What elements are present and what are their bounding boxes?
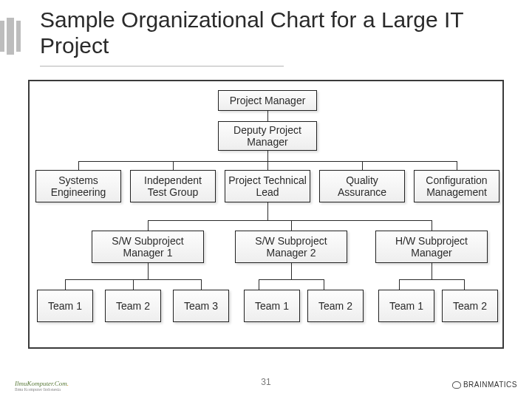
node-deputy-pm: Deputy Project Manager [218,121,317,151]
footer-logo-left: IlmuKomputer.Com. Ilmu Komputer Indonesi… [15,380,69,392]
node-sw-subproject-2: S/W Subproject Manager 2 [235,231,347,263]
org-chart: Project Manager Deputy Project Manager S… [28,80,504,349]
node-sw1-team2: Team 2 [105,290,161,322]
connector [324,279,324,290]
node-project-technical-lead: Project Technical Lead [225,170,310,202]
connector [267,161,268,170]
slide: Sample Organizational Chart for a Large … [0,0,532,399]
node-hw-subproject: H/W Subproject Manager [375,231,488,263]
node-systems-engineering: Systems Engineering [35,170,121,202]
node-project-manager: Project Manager [218,90,317,111]
node-configuration-management: Configuration Management [414,170,499,202]
connector [201,279,202,290]
connector [291,220,292,231]
connector [267,202,268,220]
connector [65,279,66,290]
title-underline [40,66,284,66]
connector [78,161,79,170]
connector [259,279,324,280]
node-sw2-team2: Team 2 [307,290,364,322]
slide-title: Sample Organizational Chart for a Large … [40,7,532,58]
connector [148,220,432,221]
connector [457,161,457,170]
brain-icon [452,381,461,389]
connector [133,279,134,290]
node-quality-assurance: Quality Assurance [319,170,405,202]
connector [432,263,432,279]
connector [399,279,464,280]
node-sw1-team1: Team 1 [37,290,93,322]
node-hw-team1: Team 1 [378,290,434,322]
node-sw-subproject-1: S/W Subproject Manager 1 [92,231,204,263]
node-hw-team2: Team 2 [442,290,498,322]
footer-left-text: IlmuKomputer.Com [15,380,67,387]
connector [399,279,400,290]
footer-right-text: BRAINMATICS [463,381,517,389]
footer-logo-right: BRAINMATICS [452,381,517,389]
connector [464,279,465,290]
connector [148,220,149,231]
footer-left-sub: Ilmu Komputer Indonesia [15,387,69,392]
connector [173,161,174,170]
connector [291,263,292,279]
connector [267,111,268,121]
node-independent-test-group: Independent Test Group [130,170,216,202]
connector [259,279,259,290]
slide-decoration [0,18,33,55]
connector [432,220,432,231]
connector [267,151,268,161]
connector [148,263,149,279]
node-sw1-team3: Team 3 [173,290,229,322]
node-sw2-team1: Team 1 [244,290,300,322]
connector [362,161,363,170]
